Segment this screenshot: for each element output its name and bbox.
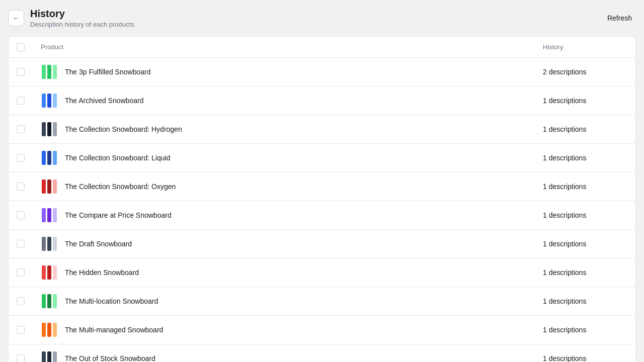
- product-cell: The Collection Snowboard: Oxygen: [33, 172, 535, 201]
- row-checkbox-cell: [9, 115, 33, 143]
- row-checkbox-cell: [9, 229, 33, 258]
- svg-rect-8: [53, 122, 57, 136]
- row-checkbox[interactable]: [17, 154, 25, 162]
- product-name: The Archived Snowboard: [65, 97, 143, 105]
- row-checkbox[interactable]: [17, 297, 25, 305]
- row-checkbox-cell: [9, 143, 33, 172]
- row-checkbox[interactable]: [17, 183, 25, 191]
- product-info: The Out of Stock Snowboard: [41, 349, 527, 362]
- svg-rect-24: [42, 294, 46, 308]
- row-checkbox[interactable]: [17, 354, 25, 362]
- row-checkbox-cell: [9, 86, 33, 115]
- history-count-cell: 1 descriptions: [535, 115, 635, 143]
- svg-rect-9: [42, 151, 46, 165]
- svg-rect-17: [53, 208, 57, 222]
- svg-rect-28: [47, 323, 51, 337]
- page-title: History: [30, 8, 134, 20]
- product-thumbnail: [41, 177, 59, 196]
- back-button[interactable]: ←: [8, 10, 24, 26]
- history-count-cell: 1 descriptions: [535, 287, 635, 315]
- product-name: The Hidden Snowboard: [65, 268, 139, 277]
- svg-rect-6: [42, 122, 46, 136]
- header-left: ← History Description history of each pr…: [8, 8, 134, 28]
- product-cell: The Collection Snowboard: Hydrogen: [33, 115, 535, 143]
- history-count-cell: 1 descriptions: [535, 344, 635, 362]
- svg-rect-30: [42, 351, 46, 362]
- row-checkbox[interactable]: [17, 125, 25, 133]
- product-name: The Multi-location Snowboard: [65, 297, 158, 305]
- history-count: 1 descriptions: [543, 297, 586, 305]
- product-cell: The Draft Snowboard: [33, 229, 535, 258]
- product-info: The Hidden Snowboard: [41, 263, 527, 282]
- history-count-cell: 1 descriptions: [535, 201, 635, 229]
- row-checkbox[interactable]: [17, 268, 25, 277]
- table-container: Product History The 3p Fulfilled Snowboa…: [8, 36, 636, 362]
- row-checkbox[interactable]: [17, 97, 25, 105]
- history-count-cell: 1 descriptions: [535, 86, 635, 115]
- select-all-checkbox[interactable]: [17, 43, 25, 51]
- svg-rect-27: [42, 323, 46, 337]
- product-cell: The Compare at Price Snowboard: [33, 201, 535, 229]
- product-info: The Collection Snowboard: Hydrogen: [41, 120, 527, 138]
- table-row: The Hidden Snowboard1 descriptions: [9, 258, 635, 287]
- table-row: The Archived Snowboard1 descriptions: [9, 86, 635, 115]
- product-thumbnail: [41, 206, 59, 224]
- svg-rect-18: [42, 237, 46, 251]
- header-history-col: History: [535, 37, 635, 57]
- product-thumbnail: [41, 149, 59, 167]
- table-row: The Draft Snowboard1 descriptions: [9, 229, 635, 258]
- svg-rect-25: [47, 294, 51, 308]
- row-checkbox-cell: [9, 258, 33, 287]
- product-thumbnail: [41, 235, 59, 253]
- header-product-col: Product: [33, 37, 535, 57]
- product-name: The Collection Snowboard: Liquid: [65, 154, 170, 162]
- row-checkbox[interactable]: [17, 68, 25, 76]
- page-subtitle: Description history of each products: [30, 21, 134, 28]
- history-count-cell: 1 descriptions: [535, 315, 635, 344]
- svg-rect-3: [42, 94, 46, 108]
- svg-rect-10: [47, 151, 51, 165]
- row-checkbox-cell: [9, 315, 33, 344]
- table-row: The Collection Snowboard: Liquid1 descri…: [9, 143, 635, 172]
- product-name: The Multi-managed Snowboard: [65, 326, 163, 334]
- svg-rect-2: [53, 65, 57, 79]
- row-checkbox[interactable]: [17, 240, 25, 248]
- header-checkbox-col: [9, 37, 33, 57]
- svg-rect-7: [47, 122, 51, 136]
- product-info: The Collection Snowboard: Liquid: [41, 149, 527, 167]
- product-cell: The Multi-managed Snowboard: [33, 315, 535, 344]
- svg-rect-21: [42, 265, 46, 280]
- product-name: The Collection Snowboard: Oxygen: [65, 183, 176, 191]
- product-cell: The Collection Snowboard: Liquid: [33, 143, 535, 172]
- history-count-cell: 1 descriptions: [535, 143, 635, 172]
- table-row: The Out of Stock Snowboard1 descriptions: [9, 344, 635, 362]
- product-info: The Multi-managed Snowboard: [41, 321, 527, 339]
- refresh-button[interactable]: Refresh: [603, 12, 636, 24]
- row-checkbox-cell: [9, 287, 33, 315]
- product-cell: The Multi-location Snowboard: [33, 287, 535, 315]
- history-count: 1 descriptions: [543, 97, 586, 105]
- product-thumbnail: [41, 63, 59, 81]
- row-checkbox-cell: [9, 344, 33, 362]
- table-header: Product History: [9, 37, 635, 57]
- table-row: The Compare at Price Snowboard1 descript…: [9, 201, 635, 229]
- svg-rect-23: [53, 265, 57, 280]
- svg-rect-15: [42, 208, 46, 222]
- product-thumbnail: [41, 292, 59, 310]
- product-name: The Out of Stock Snowboard: [65, 354, 155, 362]
- product-cell: The Out of Stock Snowboard: [33, 344, 535, 362]
- row-checkbox[interactable]: [17, 326, 25, 334]
- product-info: The Draft Snowboard: [41, 235, 527, 253]
- product-cell: The 3p Fulfilled Snowboard: [33, 57, 535, 86]
- svg-rect-12: [42, 179, 46, 194]
- svg-rect-1: [47, 65, 51, 79]
- product-thumbnail: [41, 263, 59, 282]
- row-checkbox[interactable]: [17, 211, 25, 219]
- history-count: 1 descriptions: [543, 240, 586, 248]
- svg-rect-29: [53, 323, 57, 337]
- svg-rect-20: [53, 237, 57, 251]
- history-count: 1 descriptions: [543, 326, 586, 334]
- page-header: ← History Description history of each pr…: [8, 8, 636, 28]
- svg-rect-14: [53, 179, 57, 194]
- svg-rect-31: [47, 351, 51, 362]
